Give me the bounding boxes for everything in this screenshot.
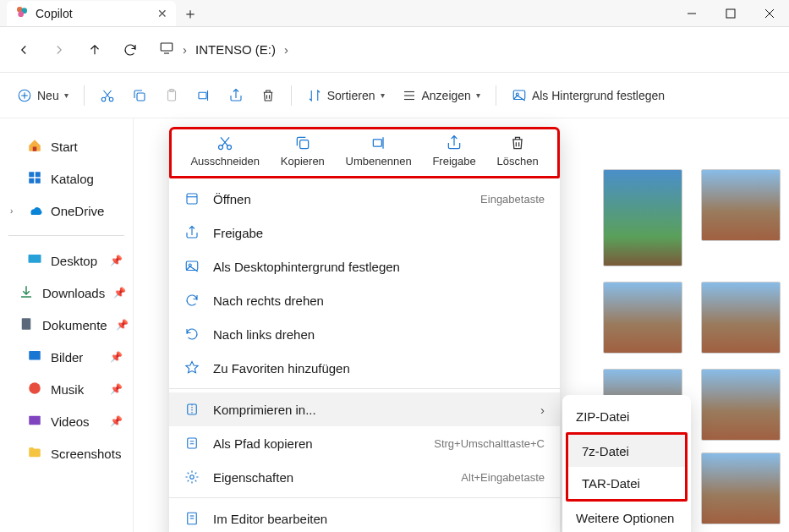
desktop-icon	[27, 252, 42, 270]
properties-label: Eigenschaften	[213, 470, 293, 485]
maximize-button[interactable]	[711, 0, 750, 27]
delete-button[interactable]	[254, 80, 282, 111]
view-button[interactable]: Anzeigen ▾	[395, 80, 487, 111]
sort-button[interactable]: Sortieren ▾	[300, 80, 392, 111]
close-window-button[interactable]	[750, 0, 789, 27]
submenu-tar[interactable]: TAR-Datei	[568, 467, 685, 499]
forward-button[interactable]	[44, 35, 74, 65]
context-copy-path[interactable]: Als Pfad kopieren Strg+Umschalttaste+C	[169, 426, 560, 460]
pin-icon[interactable]: 📌	[110, 255, 123, 266]
zip-label: ZIP-Datei	[576, 409, 629, 424]
download-icon	[19, 284, 34, 302]
sidebar-item-dokumente[interactable]: Dokumente 📌	[0, 309, 133, 341]
image-thumbnail[interactable]	[603, 169, 682, 266]
context-rename[interactable]: Umbenennen	[346, 134, 412, 167]
paste-button[interactable]	[157, 80, 186, 111]
context-properties[interactable]: Eigenschaften Alt+Eingabetaste	[169, 460, 560, 494]
new-label: Neu	[37, 89, 59, 102]
navigation-bar: › INTENSO (E:) ›	[0, 27, 789, 73]
context-rotate-right[interactable]: Nach rechts drehen	[169, 283, 560, 317]
new-tab-button[interactable]: ＋	[176, 3, 205, 24]
browser-tab[interactable]: Copilot ✕	[7, 1, 176, 26]
pin-icon[interactable]: 📌	[116, 319, 129, 331]
cut-button[interactable]	[93, 80, 122, 111]
command-bar: Neu ▾ Sortieren ▾ Anzeigen ▾ Als Hinterg…	[0, 73, 789, 118]
pin-icon[interactable]: 📌	[113, 287, 126, 299]
breadcrumb-location[interactable]: INTENSO (E:)	[195, 42, 276, 57]
context-open[interactable]: Öffnen Eingabetaste	[169, 182, 560, 216]
sidebar-label: Start	[51, 140, 78, 154]
sidebar-item-onedrive[interactable]: › OneDrive	[0, 195, 133, 227]
sidebar-item-downloads[interactable]: Downloads 📌	[0, 277, 133, 309]
sidebar-label: Videos	[51, 414, 90, 429]
shortcut-label: Strg+Umschalttaste+C	[434, 437, 545, 450]
separator	[169, 497, 560, 498]
sidebar-item-bilder[interactable]: Bilder 📌	[0, 341, 133, 373]
image-thumbnail[interactable]	[701, 169, 781, 241]
shortcut-label: Eingabetaste	[480, 193, 545, 206]
copy-button[interactable]	[125, 80, 154, 111]
context-share-row[interactable]: Freigabe	[169, 216, 560, 250]
submenu-7z[interactable]: 7z-Datei	[568, 435, 685, 467]
svg-rect-26	[36, 172, 41, 177]
sidebar-item-videos[interactable]: Videos 📌	[0, 405, 133, 437]
context-copy[interactable]: Kopieren	[281, 134, 325, 167]
chevron-right-icon: ›	[540, 403, 545, 417]
chevron-right-icon[interactable]: ›	[10, 206, 19, 216]
set-background-button[interactable]: Als Hintergrund festlegen	[505, 80, 671, 111]
svg-rect-33	[29, 415, 41, 425]
compress-submenu: ZIP-Datei 7z-Datei TAR-Datei Weitere Opt…	[562, 395, 691, 532]
sidebar-label: Katalog	[51, 172, 94, 186]
close-tab-icon[interactable]: ✕	[157, 7, 167, 20]
svg-rect-29	[29, 255, 41, 263]
rename-label: Umbenennen	[346, 155, 412, 167]
delete-label: Löschen	[496, 155, 538, 167]
sidebar-item-musik[interactable]: Musik 📌	[0, 373, 133, 405]
monitor-icon	[159, 41, 174, 58]
context-compress[interactable]: Komprimieren in... ›	[169, 392, 560, 426]
image-thumbnail[interactable]	[701, 282, 781, 354]
sidebar-item-start[interactable]: Start	[0, 130, 133, 162]
image-thumbnail[interactable]	[701, 369, 781, 441]
tab-title: Copilot	[36, 7, 73, 20]
context-delete[interactable]: Löschen	[496, 134, 538, 167]
set-background-label: Als Desktophintergrund festlegen	[213, 260, 400, 274]
context-rotate-left[interactable]: Nach links drehen	[169, 317, 560, 351]
more-label: Weitere Optionen	[576, 511, 674, 525]
back-button[interactable]	[8, 35, 39, 65]
submenu-more-options[interactable]: Weitere Optionen	[562, 502, 691, 532]
pin-icon[interactable]: 📌	[110, 383, 123, 395]
submenu-zip[interactable]: ZIP-Datei	[562, 400, 691, 432]
sidebar-label: Dokumente	[42, 318, 107, 332]
sidebar-item-katalog[interactable]: Katalog	[0, 162, 133, 195]
context-quick-actions: Ausschneiden Kopieren Umbenennen Freigab…	[169, 127, 560, 178]
videos-icon	[27, 413, 42, 431]
sidebar-item-screenshots[interactable]: Screenshots	[0, 437, 133, 469]
sidebar-label: Downloads	[42, 286, 105, 300]
svg-rect-7	[161, 43, 173, 51]
context-share[interactable]: Freigabe	[432, 134, 475, 167]
sort-label: Sortieren	[327, 89, 375, 102]
sidebar-item-desktop[interactable]: Desktop 📌	[0, 244, 133, 277]
pin-icon[interactable]: 📌	[110, 415, 123, 427]
context-favorite[interactable]: Zu Favoriten hinzufügen	[169, 351, 560, 385]
folder-icon	[27, 445, 42, 463]
breadcrumb[interactable]: › INTENSO (E:) ›	[159, 41, 288, 58]
context-set-background[interactable]: Als Desktophintergrund festlegen	[169, 250, 560, 283]
context-cut[interactable]: Ausschneiden	[190, 134, 260, 167]
share-button[interactable]	[222, 80, 250, 111]
svg-rect-17	[199, 92, 206, 99]
image-thumbnail[interactable]	[701, 452, 781, 524]
svg-rect-24	[33, 146, 37, 151]
rename-button[interactable]	[189, 80, 218, 111]
sidebar-label: Bilder	[51, 350, 83, 365]
chevron-down-icon: ▾	[476, 90, 480, 100]
minimize-button[interactable]	[672, 0, 711, 27]
context-edit-editor[interactable]: Im Editor bearbeiten	[169, 502, 560, 532]
refresh-button[interactable]	[115, 35, 145, 65]
new-button[interactable]: Neu ▾	[10, 80, 75, 111]
separator	[8, 235, 124, 236]
up-button[interactable]	[79, 35, 110, 65]
pin-icon[interactable]: 📌	[110, 351, 123, 363]
image-thumbnail[interactable]	[603, 282, 682, 354]
